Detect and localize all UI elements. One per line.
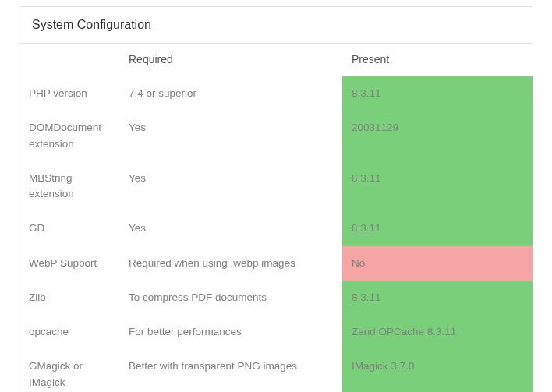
header-required: Required (119, 44, 342, 76)
table-row: GDYes8.3.11 (19, 211, 533, 245)
cell-present: 20031129 (342, 111, 533, 161)
cell-name: Zlib (19, 281, 119, 315)
cell-present: No (342, 246, 533, 281)
table-header-row: Required Present (19, 44, 533, 76)
cell-name: GD (19, 211, 119, 245)
table-row: PHP version7.4 or superior8.3.11 (19, 76, 533, 111)
cell-required: Yes (119, 111, 342, 161)
cell-required: Yes (119, 211, 342, 245)
cell-name: opcache (19, 315, 119, 349)
cell-present: 8.3.11 (342, 211, 533, 245)
panel-title: System Configuration (19, 7, 533, 44)
table-row: DOMDocument extensionYes20031129 (19, 111, 533, 161)
cell-name: PHP version (19, 76, 119, 111)
table-row: ZlibTo compress PDF documents8.3.11 (19, 281, 533, 315)
config-table: Required Present PHP version7.4 or super… (19, 44, 533, 392)
cell-required: To compress PDF documents (119, 281, 342, 315)
cell-present: Zend OPCache 8.3.11 (342, 315, 533, 349)
table-row: opcacheFor better performancesZend OPCac… (19, 315, 533, 349)
cell-name: GMagick or IMagick (19, 349, 119, 392)
cell-required: Required when using .webp images (119, 246, 342, 281)
table-row: GMagick or IMagickBetter with transparen… (19, 349, 533, 392)
cell-required: For better performances (119, 315, 342, 349)
cell-present: 8.3.11 (342, 281, 533, 315)
cell-present: IMagick 3.7.0 (342, 349, 533, 392)
cell-name: MBString extension (19, 161, 119, 212)
cell-required: 7.4 or superior (119, 76, 342, 111)
cell-required: Yes (119, 161, 342, 212)
header-present: Present (342, 44, 533, 76)
cell-name: WebP Support (19, 246, 119, 281)
table-row: MBString extensionYes8.3.11 (19, 161, 533, 212)
cell-name: DOMDocument extension (19, 111, 119, 161)
cell-present: 8.3.11 (342, 76, 533, 111)
system-configuration-panel: System Configuration Required Present PH… (19, 6, 533, 392)
cell-required: Better with transparent PNG images (119, 349, 342, 392)
table-row: WebP SupportRequired when using .webp im… (19, 246, 533, 281)
header-name (19, 44, 119, 76)
cell-present: 8.3.11 (342, 161, 533, 212)
